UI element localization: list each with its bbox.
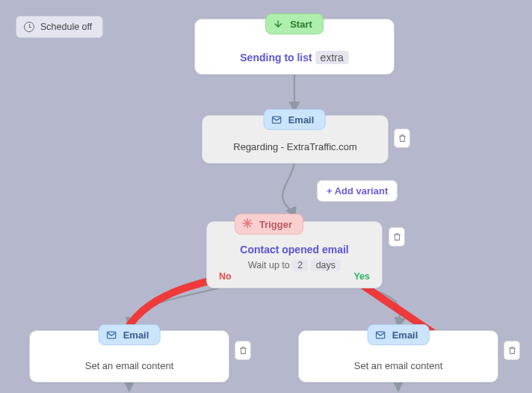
schedule-button[interactable]: Schedule off bbox=[16, 16, 103, 38]
trigger-no-label: No bbox=[219, 271, 232, 282]
add-variant-label: + Add variant bbox=[327, 185, 388, 196]
mail-icon bbox=[270, 114, 282, 126]
start-pill: Start bbox=[265, 13, 324, 34]
delete-email-no-button[interactable] bbox=[235, 341, 251, 360]
trigger-yes-label: Yes bbox=[353, 271, 370, 282]
email-yes-placeholder: Set an email content bbox=[354, 360, 443, 371]
email-pill-1: Email bbox=[264, 109, 326, 130]
delete-trigger-button[interactable] bbox=[389, 227, 405, 247]
email-pill-yes: Email bbox=[368, 324, 430, 345]
trigger-wait-unit: days bbox=[311, 259, 341, 271]
start-list-chip: extra bbox=[315, 51, 349, 64]
trigger-wait-value: 2 bbox=[292, 259, 308, 271]
start-pill-label: Start bbox=[290, 19, 312, 30]
trigger-pill: ✳ Trigger bbox=[235, 214, 303, 235]
delete-email-yes-button[interactable] bbox=[504, 341, 520, 360]
email-pill-no: Email bbox=[99, 324, 161, 345]
clock-icon bbox=[24, 22, 34, 32]
mail-icon bbox=[105, 329, 117, 341]
email-pill-label: Email bbox=[123, 329, 149, 341]
trigger-pill-label: Trigger bbox=[259, 219, 292, 230]
email-pill-label: Email bbox=[288, 114, 315, 126]
asterisk-icon: ✳ bbox=[241, 218, 253, 230]
email1-subject: Regarding - ExtraTraffic.com bbox=[233, 141, 356, 152]
delete-email1-button[interactable] bbox=[394, 129, 410, 148]
email-pill-label: Email bbox=[392, 329, 418, 341]
start-text: Sending to list bbox=[240, 52, 312, 64]
trigger-wait-line: Wait up to 2 days bbox=[248, 260, 341, 270]
trigger-title: Contact opened email bbox=[240, 244, 348, 256]
email-no-placeholder: Set an email content bbox=[85, 360, 174, 371]
add-variant-button[interactable]: + Add variant bbox=[317, 180, 398, 202]
schedule-label: Schedule off bbox=[40, 22, 92, 32]
arrow-down-icon bbox=[272, 18, 284, 30]
mail-icon bbox=[374, 329, 386, 341]
